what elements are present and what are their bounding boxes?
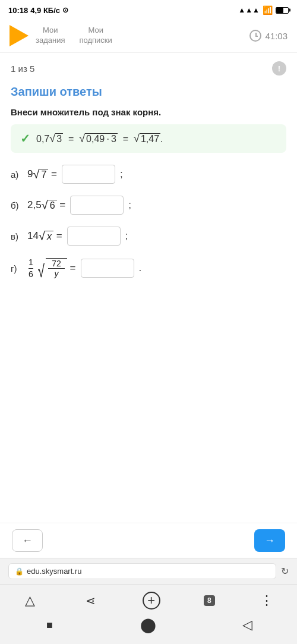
- example-box: ✓ 0,7√3 = √0,49 · 3 = √1,47.: [11, 124, 286, 153]
- timer-value: 41:03: [265, 31, 287, 41]
- problem-b-label: б): [11, 200, 23, 211]
- nav-back-icon[interactable]: ◁: [239, 617, 256, 633]
- problem-v-semicolon: ;: [125, 230, 128, 242]
- lock-icon: 🔒: [15, 567, 24, 576]
- problem-b-math: 2,5√6 =: [27, 199, 65, 212]
- header-nav: Моизадания Моиподписки: [36, 26, 242, 46]
- check-icon: ✓: [20, 131, 30, 146]
- nav-home-icon[interactable]: △: [22, 592, 39, 609]
- problem-g-input[interactable]: [81, 259, 134, 278]
- reload-icon[interactable]: ↻: [281, 566, 289, 577]
- problem-b-row: б) 2,5√6 = ;: [11, 196, 286, 215]
- problem-b-input[interactable]: [70, 196, 124, 215]
- problem-b-semicolon: ;: [128, 199, 131, 211]
- back-button[interactable]: ←: [12, 529, 43, 552]
- nav-my-subscriptions[interactable]: Моиподписки: [80, 26, 112, 46]
- problem-a-semicolon: ;: [120, 168, 123, 180]
- nav-add-icon[interactable]: +: [143, 592, 160, 610]
- problem-a-row: а) 9√7 = ;: [11, 165, 286, 184]
- problem-g-math: 1 6 √ 72 y =: [27, 257, 76, 279]
- bottom-nav: △ ⋖ + 8 ⋮ ■ ⬤ ◁: [0, 584, 297, 644]
- problem-g-row: г) 1 6 √ 72 y = .: [11, 257, 286, 279]
- progress-text: 1 из 5: [11, 64, 34, 74]
- url-bar[interactable]: 🔒 edu.skysmart.ru: [8, 563, 276, 579]
- problem-a-input[interactable]: [62, 165, 115, 184]
- status-network-icon: ⊙: [62, 6, 68, 14]
- problem-g-label: г): [11, 263, 23, 274]
- nav-circle-icon[interactable]: ⬤: [140, 617, 157, 633]
- problem-a-math: 9√7 =: [27, 168, 57, 181]
- bottom-nav-row-2: ■ ⬤ ◁: [0, 614, 297, 636]
- nav-stop-icon[interactable]: ■: [41, 617, 58, 633]
- arrow-right-icon: →: [264, 535, 275, 547]
- url-text: edu.skysmart.ru: [27, 567, 81, 576]
- status-network: 4,9 КБ/с: [30, 6, 60, 15]
- battery-icon: [276, 7, 289, 14]
- forward-button[interactable]: →: [254, 529, 285, 552]
- footer-nav: ← →: [0, 523, 297, 558]
- nav-menu-icon[interactable]: ⋮: [258, 592, 275, 609]
- example-expression: 0,7√3 = √0,49 · 3 = √1,47.: [36, 133, 163, 145]
- content-area: 1 из 5 ! Запиши ответы Внеси множитель п…: [0, 53, 297, 523]
- nav-tabs-badge[interactable]: 8: [204, 595, 215, 606]
- nav-my-tasks[interactable]: Моизадания: [36, 26, 65, 46]
- progress-row: 1 из 5 !: [11, 61, 286, 76]
- alert-icon[interactable]: !: [272, 61, 286, 76]
- problem-v-input[interactable]: [67, 227, 121, 246]
- signal-icon: ▲▲▲: [238, 6, 260, 14]
- problem-a-label: а): [11, 169, 23, 180]
- section-title: Запиши ответы: [11, 85, 286, 99]
- clock-icon: [249, 30, 261, 42]
- header-timer: 41:03: [249, 30, 287, 42]
- task-instruction: Внеси множитель под знак корня.: [11, 107, 286, 117]
- status-time: 10:18: [8, 6, 28, 15]
- status-bar: 10:18 4,9 КБ/с ⊙ ▲▲▲ 📶: [0, 0, 297, 19]
- browser-bar: 🔒 edu.skysmart.ru ↻: [0, 558, 297, 584]
- problem-v-math: 14√x =: [27, 230, 62, 243]
- fraction-1-6: 1 6: [29, 257, 33, 279]
- problem-v-row: в) 14√x = ;: [11, 227, 286, 246]
- logo-icon: [10, 25, 29, 46]
- problem-v-label: в): [11, 231, 23, 241]
- wifi-icon: 📶: [263, 5, 273, 15]
- header: Моизадания Моиподписки 41:03: [0, 19, 297, 53]
- bottom-nav-row-1: △ ⋖ + 8 ⋮: [0, 589, 297, 612]
- nav-share-icon[interactable]: ⋖: [82, 592, 99, 609]
- arrow-left-icon: ←: [22, 535, 33, 547]
- problem-g-dot: .: [139, 262, 142, 274]
